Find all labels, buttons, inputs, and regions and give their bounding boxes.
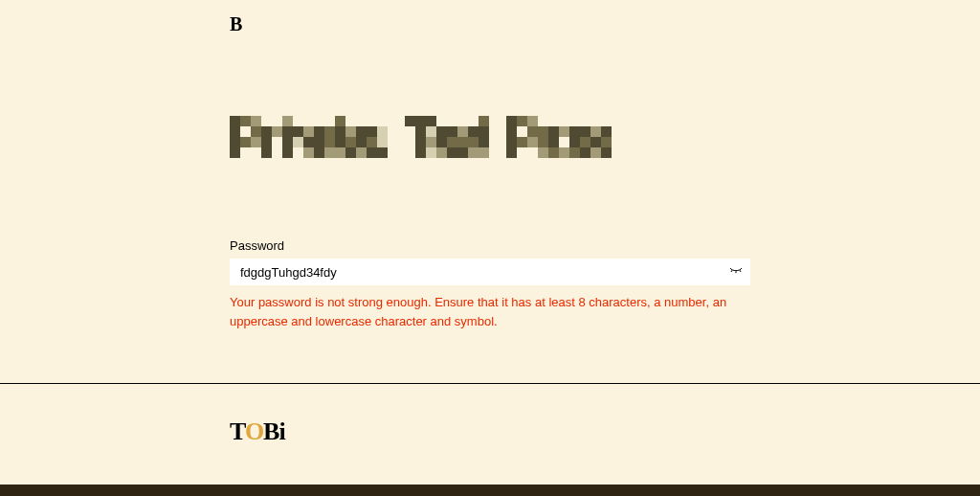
password-label: Password	[230, 238, 750, 253]
password-error-text: Your password is not strong enough. Ensu…	[230, 293, 750, 330]
footer-bottom-bar	[0, 485, 980, 496]
footer: TOBi	[230, 417, 285, 446]
password-input[interactable]	[230, 259, 750, 285]
header-logo[interactable]: B	[230, 13, 242, 35]
footer-divider	[0, 383, 980, 384]
page-title-obscured	[230, 116, 750, 158]
password-form-group: Password Your password is not strong eno…	[230, 238, 750, 330]
footer-logo[interactable]: TOBi	[230, 417, 285, 445]
